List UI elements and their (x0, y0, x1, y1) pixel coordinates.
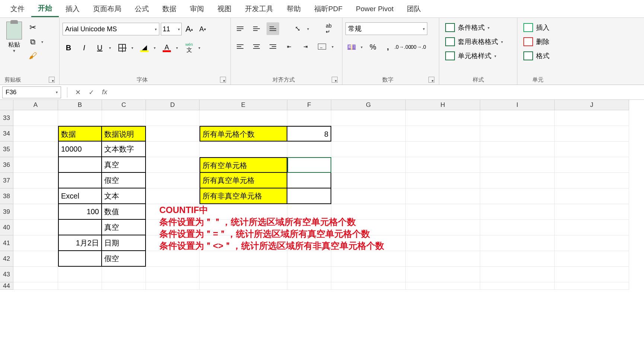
cell-D37[interactable] (146, 173, 200, 188)
cell-E44[interactable] (200, 282, 287, 290)
cell-J39[interactable] (555, 204, 629, 220)
cell-B33[interactable] (58, 110, 102, 126)
dialog-launcher[interactable] (49, 77, 55, 83)
cell-J44[interactable] (555, 282, 629, 290)
cell-J33[interactable] (555, 110, 629, 126)
cell-A44[interactable] (13, 282, 58, 290)
cell-B41[interactable]: 1月2日 (58, 235, 102, 251)
fx-button[interactable]: fx (98, 86, 111, 98)
cell-F35[interactable] (287, 142, 331, 157)
table-format-button[interactable]: 套用表格格式▾ (442, 36, 506, 48)
cell-C42[interactable]: 假空 (102, 251, 146, 267)
col-header[interactable]: E (200, 100, 287, 110)
cell-F44[interactable] (287, 282, 331, 290)
row-header[interactable]: 43 (0, 267, 13, 282)
cell-D38[interactable] (146, 188, 200, 204)
cell-C40[interactable]: 真空 (102, 220, 146, 235)
accept-formula-button[interactable]: ✓ (85, 86, 98, 98)
cell-C39[interactable]: 数值 (102, 204, 146, 220)
font-name-select[interactable]: Arial Unicode MS▾ (63, 23, 159, 35)
cell-G38[interactable] (331, 188, 406, 204)
row-header[interactable]: 33 (0, 110, 13, 126)
cell-B42[interactable] (58, 251, 102, 267)
tab-powerpivot[interactable]: Power Pivot (349, 2, 400, 16)
accounting-format-button[interactable]: 💷 (345, 40, 357, 54)
cell-F42[interactable] (287, 251, 331, 267)
cell-E33[interactable] (200, 110, 287, 126)
phonetic-button[interactable]: wén文 (183, 41, 195, 54)
cell-C44[interactable] (102, 282, 146, 290)
cell-C41[interactable]: 日期 (102, 235, 146, 251)
align-center-button[interactable] (250, 40, 263, 53)
tab-pagelayout[interactable]: 页面布局 (86, 1, 128, 17)
cell-E34[interactable]: 所有单元格个数 (200, 126, 287, 142)
cell-B44[interactable] (58, 282, 102, 290)
row-header[interactable]: 40 (0, 220, 13, 235)
select-all-corner[interactable] (0, 100, 13, 110)
col-header[interactable]: F (287, 100, 331, 110)
cell-I43[interactable] (480, 267, 555, 282)
cell-H44[interactable] (406, 282, 480, 290)
tab-insert[interactable]: 插入 (59, 1, 86, 17)
cell-D35[interactable] (146, 142, 200, 157)
align-top-button[interactable] (234, 22, 246, 35)
cell-G34[interactable] (331, 126, 406, 142)
row-header[interactable]: 35 (0, 142, 13, 157)
cell-J38[interactable] (555, 188, 629, 204)
row-header[interactable]: 34 (0, 126, 13, 142)
insert-cells-button[interactable]: 插入 (520, 22, 552, 34)
cell-I35[interactable] (480, 142, 555, 157)
cell-B36[interactable] (58, 157, 102, 173)
col-header[interactable]: C (102, 100, 146, 110)
cell-G42[interactable] (331, 251, 406, 267)
italic-button[interactable]: I (78, 41, 90, 54)
col-header[interactable]: A (13, 100, 58, 110)
cell-A36[interactable] (13, 157, 58, 173)
row-header[interactable]: 36 (0, 157, 13, 173)
number-format-select[interactable]: 常规▾ (345, 22, 427, 35)
cell-I36[interactable] (480, 157, 555, 173)
cell-B40[interactable] (58, 220, 102, 235)
decrease-font-button[interactable]: A▾ (197, 22, 208, 36)
cell-B34[interactable]: 数据 (58, 126, 102, 142)
spreadsheet-grid[interactable]: A B C D E F G H I J 3334数据数据说明所有单元格个数835… (0, 100, 644, 290)
cancel-formula-button[interactable]: ✕ (71, 86, 85, 98)
font-size-select[interactable]: 11▾ (161, 23, 182, 35)
conditional-format-button[interactable]: 条件格式▾ (442, 22, 492, 34)
cut-button[interactable]: ✂ (28, 22, 38, 33)
cell-I41[interactable] (480, 235, 555, 251)
increase-decimal-button[interactable]: .0→.00 (397, 40, 409, 54)
name-box[interactable]: F36▾ (2, 86, 61, 98)
col-header[interactable]: D (146, 100, 200, 110)
cell-C43[interactable] (102, 267, 146, 282)
format-painter-button[interactable]: 🖌 (28, 51, 38, 61)
cell-H38[interactable] (406, 188, 480, 204)
chevron-down-icon[interactable]: ▾ (39, 40, 45, 44)
orientation-button[interactable]: ⤡ (291, 22, 304, 35)
cell-D44[interactable] (146, 282, 200, 290)
cell-B39[interactable]: 100 (58, 204, 102, 220)
cell-J43[interactable] (555, 267, 629, 282)
cell-F37[interactable] (287, 173, 331, 188)
cell-G37[interactable] (331, 173, 406, 188)
percent-button[interactable]: % (367, 40, 379, 54)
tab-foxit[interactable]: 福昕PDF (307, 1, 349, 17)
increase-indent-button[interactable]: ⇥ (299, 40, 312, 53)
cell-G43[interactable] (331, 267, 406, 282)
comma-button[interactable]: , (382, 40, 394, 54)
dialog-launcher[interactable] (428, 77, 434, 83)
cell-F34[interactable]: 8 (287, 126, 331, 142)
borders-button[interactable] (116, 41, 128, 54)
cell-H41[interactable] (406, 235, 480, 251)
cell-I38[interactable] (480, 188, 555, 204)
cell-G44[interactable] (331, 282, 406, 290)
tab-help[interactable]: 帮助 (280, 1, 307, 17)
cell-F43[interactable] (287, 267, 331, 282)
row-header[interactable]: 39 (0, 204, 13, 220)
tab-review[interactable]: 审阅 (183, 1, 211, 17)
cell-I33[interactable] (480, 110, 555, 126)
cell-C36[interactable]: 真空 (102, 157, 146, 173)
cell-E35[interactable] (200, 142, 287, 157)
tab-view[interactable]: 视图 (211, 1, 238, 17)
cell-I40[interactable] (480, 220, 555, 235)
